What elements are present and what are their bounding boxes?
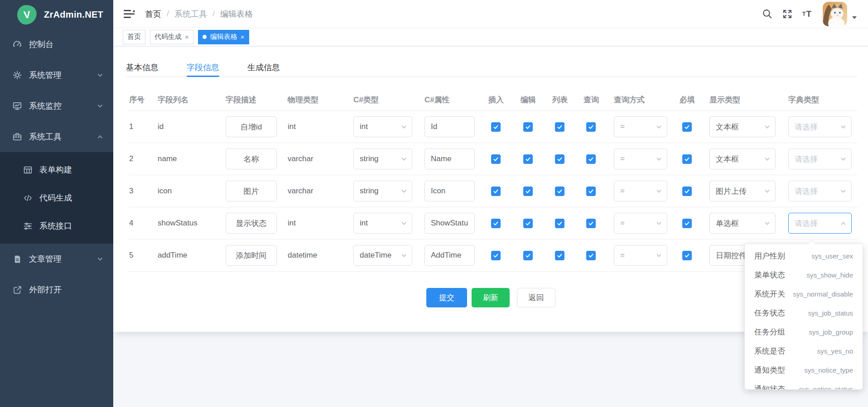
dict-option[interactable]: 系统开关 sys_normal_disable xyxy=(745,284,863,303)
close-icon[interactable]: × xyxy=(185,34,189,40)
cs-type-select[interactable]: string xyxy=(353,148,412,169)
cs-type-select[interactable]: dateTime xyxy=(353,245,412,266)
cs-prop-input[interactable]: Icon xyxy=(424,181,475,201)
insert-checkbox[interactable] xyxy=(491,122,501,132)
collapse-sidebar-icon[interactable] xyxy=(123,9,135,19)
search-icon[interactable] xyxy=(762,9,772,19)
display-type-select[interactable]: 单选框 xyxy=(709,213,776,234)
cs-prop-input[interactable]: ShowStatus xyxy=(424,213,475,234)
tag-code-generator[interactable]: 代码生成 × xyxy=(150,30,193,44)
back-button[interactable]: 返回 xyxy=(517,288,555,307)
fullscreen-icon[interactable] xyxy=(782,9,792,19)
chevron-down-icon xyxy=(656,188,662,194)
dict-option[interactable]: 菜单状态 sys_show_hide xyxy=(745,265,863,284)
required-checkbox[interactable] xyxy=(682,251,692,260)
insert-checkbox[interactable] xyxy=(491,251,501,260)
submit-button[interactable]: 提交 xyxy=(426,288,467,307)
dict-option[interactable]: 任务状态 sys_job_status xyxy=(745,303,863,322)
column-desc-value: 名称 xyxy=(244,154,259,164)
sidebar-item-system-api[interactable]: 系统接口 xyxy=(0,212,113,240)
dict-option[interactable]: 用户性别 sys_user_sex xyxy=(745,246,863,265)
list-checkbox[interactable] xyxy=(555,251,564,260)
col-header: 列表 xyxy=(552,95,583,105)
query-checkbox[interactable] xyxy=(586,154,596,164)
dict-option[interactable]: 系统是否 sys_yes_no xyxy=(745,341,863,360)
font-size-icon[interactable]: TT xyxy=(802,9,812,19)
column-desc-input[interactable]: 显示状态 xyxy=(226,213,277,234)
sidebar-item-dashboard[interactable]: 控制台 xyxy=(0,29,113,60)
display-type-select[interactable]: 文本框 xyxy=(709,116,776,137)
sidebar-item-system-manage[interactable]: 系统管理 xyxy=(0,60,113,91)
required-checkbox[interactable] xyxy=(682,187,692,196)
edit-checkbox[interactable] xyxy=(523,187,533,196)
dict-option[interactable]: 通知状态 sys_notice_status xyxy=(745,379,863,390)
tag-edit-table[interactable]: 编辑表格 × xyxy=(198,30,249,44)
dict-type-select[interactable]: 请选择 xyxy=(788,148,852,169)
display-type-select[interactable]: 文本框 xyxy=(709,148,776,169)
dict-option-label: 用户性别 xyxy=(754,251,785,261)
edit-checkbox[interactable] xyxy=(523,154,533,164)
list-checkbox[interactable] xyxy=(555,154,564,164)
tab-generate-info[interactable]: 生成信息 xyxy=(247,58,280,77)
cs-prop-input[interactable]: Id xyxy=(424,116,475,137)
sidebar-item-code-generator[interactable]: 代码生成 xyxy=(0,184,113,212)
query-type-select[interactable]: = xyxy=(614,245,667,266)
sidebar-item-form-builder[interactable]: 表单构建 xyxy=(0,156,113,184)
edit-checkbox[interactable] xyxy=(523,122,533,132)
breadcrumb-home[interactable]: 首页 xyxy=(145,9,161,19)
insert-checkbox[interactable] xyxy=(491,187,501,196)
required-checkbox[interactable] xyxy=(682,219,692,228)
tab-basic-info[interactable]: 基本信息 xyxy=(126,58,159,77)
col-header: 字段描述 xyxy=(226,95,288,105)
column-desc-input[interactable]: 名称 xyxy=(226,148,277,169)
query-checkbox[interactable] xyxy=(586,251,596,260)
dict-type-select[interactable]: 请选择 xyxy=(788,213,852,234)
cs-prop-input[interactable]: Name xyxy=(424,148,475,169)
sidebar-item-article-manage[interactable]: 文章管理 xyxy=(0,244,113,274)
query-checkbox[interactable] xyxy=(586,187,596,196)
sidebar-item-external-open[interactable]: 外部打开 xyxy=(0,274,113,305)
sidebar-item-system-monitor[interactable]: 系统监控 xyxy=(0,91,113,121)
db-type: varchar xyxy=(288,187,353,196)
insert-checkbox[interactable] xyxy=(491,219,501,228)
chevron-down-icon xyxy=(401,253,407,259)
dict-type-select[interactable]: 请选择 xyxy=(788,116,852,137)
column-desc-input[interactable]: 图片 xyxy=(226,181,277,201)
edit-checkbox[interactable] xyxy=(523,251,533,260)
query-checkbox[interactable] xyxy=(586,122,596,132)
cs-type-select[interactable]: string xyxy=(353,181,412,201)
cs-type-select[interactable]: int xyxy=(353,213,412,234)
refresh-button[interactable]: 刷新 xyxy=(472,288,510,307)
caret-down-icon[interactable] xyxy=(852,13,857,21)
tag-label: 代码生成 xyxy=(154,33,182,41)
required-checkbox[interactable] xyxy=(682,154,692,164)
cs-type-select[interactable]: int xyxy=(353,116,412,137)
query-type-select[interactable]: = xyxy=(614,148,667,169)
col-header: C#类型 xyxy=(353,95,424,105)
query-type-select[interactable]: = xyxy=(614,181,667,201)
query-type-select[interactable]: = xyxy=(614,213,667,234)
list-checkbox[interactable] xyxy=(555,187,564,196)
app-logo[interactable]: V ZrAdmin.NET xyxy=(0,0,113,29)
column-desc-input[interactable]: 添加时间 xyxy=(226,245,277,266)
dict-option[interactable]: 任务分组 sys_job_group xyxy=(745,322,863,341)
close-icon[interactable]: × xyxy=(241,34,245,40)
required-checkbox[interactable] xyxy=(682,122,692,132)
tab-field-info[interactable]: 字段信息 xyxy=(187,58,219,77)
sidebar-item-system-tools[interactable]: 系统工具 xyxy=(0,121,113,152)
column-desc-value: 自增id xyxy=(241,122,262,132)
query-checkbox[interactable] xyxy=(586,219,596,228)
list-checkbox[interactable] xyxy=(555,122,564,132)
tag-home[interactable]: 首页 xyxy=(123,30,145,44)
tag-label: 编辑表格 xyxy=(210,33,237,41)
avatar[interactable] xyxy=(823,2,847,26)
insert-checkbox[interactable] xyxy=(491,154,501,164)
query-type-select[interactable]: = xyxy=(614,116,667,137)
cs-prop-input[interactable]: AddTime xyxy=(424,245,475,266)
edit-checkbox[interactable] xyxy=(523,219,533,228)
dict-type-select[interactable]: 请选择 xyxy=(788,181,852,201)
dict-option[interactable]: 通知类型 sys_notice_type xyxy=(745,360,863,379)
column-desc-input[interactable]: 自增id xyxy=(226,116,277,137)
list-checkbox[interactable] xyxy=(555,219,564,228)
display-type-select[interactable]: 图片上传 xyxy=(709,181,776,201)
